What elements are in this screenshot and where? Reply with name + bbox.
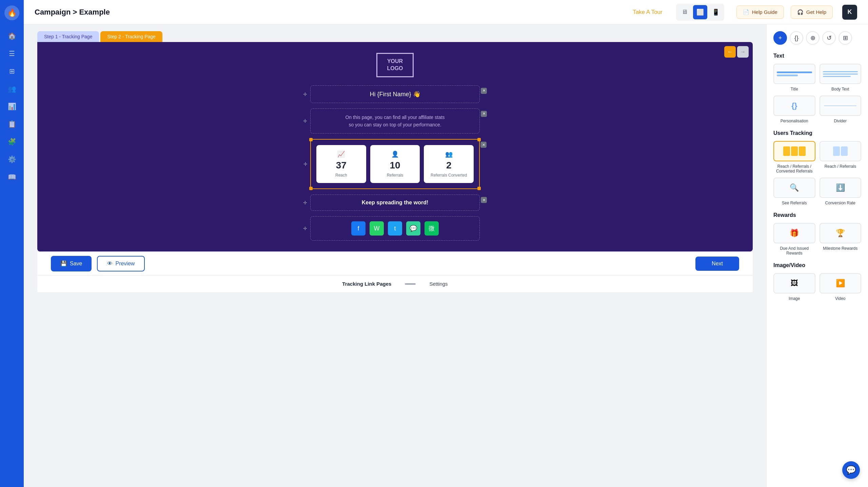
help-guide-button[interactable]: 📄 Help Guide: [736, 5, 784, 19]
panel-item-conv-rate-preview[interactable]: ⬇️: [820, 178, 862, 198]
panel-item-reach-ref-preview[interactable]: [820, 141, 862, 161]
toolbar-code-btn[interactable]: {}: [790, 31, 803, 45]
panel-item-image-preview[interactable]: 🖼: [773, 273, 815, 293]
body-delete[interactable]: ✕: [481, 111, 487, 117]
view-toggle: 🖥 ⬜ 📱: [676, 4, 724, 21]
user-avatar[interactable]: K: [842, 5, 857, 20]
panel-item-divider-preview[interactable]: [820, 96, 862, 116]
converted-label: Referrals Converted: [431, 173, 467, 178]
title-line-1: [777, 72, 812, 73]
panel-item-see-ref-preview[interactable]: 🔍: [773, 178, 815, 198]
referrals-label: Referrals: [387, 173, 403, 178]
referrals-value: 10: [390, 160, 400, 171]
corner-handle-tr: [477, 138, 481, 141]
panel-item-milestone-preview[interactable]: 🏆: [820, 223, 862, 243]
panel-item-image[interactable]: 🖼 Image: [773, 273, 815, 301]
stats-move-handle[interactable]: ✛: [303, 161, 308, 167]
panel-item-divider-label: Divider: [834, 119, 847, 123]
social-move-handle[interactable]: ✛: [303, 226, 307, 231]
preview-button[interactable]: 👁 Preview: [97, 256, 145, 271]
spread-delete[interactable]: ✕: [481, 197, 487, 203]
sidebar-item-layers[interactable]: ⊞: [4, 64, 19, 79]
stats-delete[interactable]: ✕: [480, 142, 487, 148]
toolbar-layers-btn[interactable]: ⊞: [839, 31, 852, 45]
panel-item-video[interactable]: ▶️ Video: [820, 273, 862, 301]
take-a-tour-link[interactable]: Take A Tour: [633, 9, 663, 16]
sidebar-logo[interactable]: 🔥: [4, 5, 19, 20]
panel-item-title-preview[interactable]: [773, 64, 815, 84]
panel-item-reach-ref-conv-preview[interactable]: [773, 141, 815, 161]
spread-block[interactable]: ✛ ✕ Keep spreading the word!: [310, 195, 480, 211]
panel-item-due-issued[interactable]: 🎁 Due And Issued Rewards: [773, 223, 815, 256]
prev-arrow[interactable]: ←: [724, 46, 736, 58]
get-help-button[interactable]: 🎧 Get Help: [791, 5, 833, 19]
sidebar-item-docs[interactable]: 📖: [4, 169, 19, 184]
tab-settings[interactable]: Settings: [429, 281, 448, 287]
panel-item-reach-ref-conv[interactable]: Reach / Referrals / Converted Referrals: [773, 141, 815, 174]
sidebar-item-puzzle[interactable]: 🧩: [4, 134, 19, 149]
reach-ref-preview-boxes: [831, 144, 850, 158]
social-whatsapp-btn[interactable]: W: [370, 221, 384, 236]
next-arrow[interactable]: →: [737, 46, 749, 58]
save-button[interactable]: 💾 Save: [51, 256, 92, 271]
panel-item-video-preview[interactable]: ▶️: [820, 273, 862, 293]
sidebar-item-settings[interactable]: ⚙️: [4, 152, 19, 167]
toolbar-add-btn[interactable]: +: [773, 31, 787, 45]
see-ref-preview-icon: 🔍: [790, 183, 799, 192]
corner-handle-bl: [309, 187, 313, 190]
milestone-preview-icon: 🏆: [836, 229, 845, 238]
stat-card-reach: 📈 37 Reach: [316, 145, 366, 183]
panel-item-personalisation-preview[interactable]: {}: [773, 96, 815, 116]
greeting-delete[interactable]: ✕: [481, 88, 487, 94]
greeting-block[interactable]: ✛ ✕ Hi {First Name} 👋: [310, 85, 480, 103]
social-twitter-btn[interactable]: t: [388, 221, 402, 236]
tab-tracking-link-pages[interactable]: Tracking Link Pages: [342, 281, 391, 287]
box3: [799, 146, 806, 156]
users-tracking-section-title: Users Tracking: [773, 130, 861, 136]
toolbar-share-btn[interactable]: ⊕: [806, 31, 820, 45]
rewards-items-grid: 🎁 Due And Issued Rewards 🏆 Milestone Rew…: [773, 223, 861, 256]
panel-item-body[interactable]: Body Text: [820, 64, 862, 92]
social-wechat-btn[interactable]: 微: [425, 221, 439, 236]
step1-tab[interactable]: Step 1 - Tracking Page: [37, 31, 99, 42]
panel-item-due-issued-preview[interactable]: 🎁: [773, 223, 815, 243]
body-preview-lines: [820, 68, 861, 80]
body-block[interactable]: ✛ ✕ On this page, you can find all your …: [310, 108, 480, 134]
social-block[interactable]: ✛ f W t 💬 微: [310, 216, 480, 241]
referrals-icon: 👤: [391, 150, 399, 158]
panel-item-body-preview[interactable]: [820, 64, 862, 84]
step-tabs: Step 1 - Tracking Page Step 2 - Tracking…: [37, 31, 753, 42]
sidebar-item-book[interactable]: 📋: [4, 117, 19, 131]
panel-item-conv-rate[interactable]: ⬇️ Conversion Rate: [820, 178, 862, 205]
stats-block[interactable]: ✛ ✕ 📈 37 Reach 👤 10 Referrals: [310, 139, 480, 189]
due-issued-preview-icon: 🎁: [790, 229, 799, 238]
panel-item-milestone[interactable]: 🏆 Milestone Rewards: [820, 223, 862, 256]
bottom-left-actions: 💾 Save 👁 Preview: [51, 256, 145, 271]
toolbar-undo-btn[interactable]: ↺: [822, 31, 836, 45]
conv-rate-preview-icon: ⬇️: [836, 183, 845, 192]
panel-item-title[interactable]: Title: [773, 64, 815, 92]
sidebar-item-home[interactable]: 🏠: [4, 28, 19, 43]
view-mobile-btn[interactable]: 📱: [709, 5, 723, 19]
sidebar-item-users[interactable]: 👥: [4, 81, 19, 96]
help-guide-icon: 📄: [743, 9, 749, 15]
next-button[interactable]: Next: [695, 257, 739, 271]
social-facebook-btn[interactable]: f: [351, 221, 366, 236]
sidebar-item-list[interactable]: ☰: [4, 46, 19, 61]
panel-item-see-ref[interactable]: 🔍 See Referrals: [773, 178, 815, 205]
body-move-handle[interactable]: ✛: [303, 118, 307, 124]
spread-move-handle[interactable]: ✛: [303, 200, 307, 205]
view-tablet-btn[interactable]: ⬜: [693, 5, 707, 19]
greeting-move-handle[interactable]: ✛: [303, 92, 307, 97]
social-message-btn[interactable]: 💬: [406, 221, 420, 236]
body-line-3: [823, 76, 851, 77]
panel-item-divider[interactable]: Divider: [820, 96, 862, 123]
body-text: On this page, you can find all your affi…: [319, 114, 471, 129]
chat-bubble[interactable]: 💬: [842, 461, 860, 479]
step2-tab[interactable]: Step 2 - Tracking Page: [100, 31, 162, 42]
reach-value: 37: [336, 160, 347, 171]
sidebar-item-analytics[interactable]: 📊: [4, 99, 19, 114]
view-desktop-btn[interactable]: 🖥: [677, 5, 692, 19]
panel-item-personalisation[interactable]: {} Personalisation: [773, 96, 815, 123]
panel-item-reach-ref[interactable]: Reach / Referrals: [820, 141, 862, 174]
